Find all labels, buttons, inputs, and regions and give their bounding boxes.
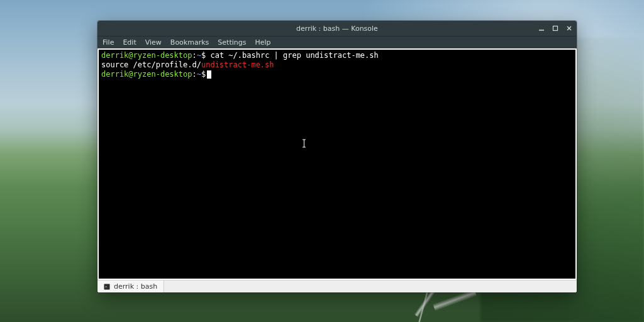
menu-settings[interactable]: Settings	[218, 38, 246, 47]
command-text: cat ~/.bashrc | grep undistract-me.sh	[210, 51, 378, 60]
tab-session-1[interactable]: > derrik : bash	[97, 280, 164, 292]
maximize-button[interactable]	[552, 25, 559, 32]
mouse-ibeam-cursor	[302, 139, 306, 148]
menubar: File Edit View Bookmarks Settings Help	[97, 36, 577, 48]
close-icon	[566, 25, 572, 31]
tabbar: > derrik : bash	[97, 280, 577, 292]
minimize-button[interactable]	[538, 25, 545, 32]
desktop-wallpaper: derrik : bash — Konsole File Edit View B…	[0, 0, 644, 322]
terminal-icon: >	[104, 284, 110, 290]
prompt-path: ~	[197, 70, 201, 79]
window-titlebar[interactable]: derrik : bash — Konsole	[97, 21, 577, 36]
menu-view[interactable]: View	[145, 38, 162, 47]
minimize-icon	[538, 25, 545, 31]
maximize-icon	[552, 25, 558, 31]
output-match: undistract-me.sh	[201, 60, 274, 69]
prompt-dollar: $	[201, 70, 206, 79]
window-title: derrik : bash — Konsole	[97, 25, 577, 33]
window-controls	[538, 21, 573, 36]
menu-help[interactable]: Help	[255, 38, 270, 47]
prompt-userhost: derrik@ryzen-desktop	[101, 51, 192, 60]
prompt-path: ~	[197, 51, 201, 60]
terminal[interactable]: derrik@ryzen-desktop:~$ cat ~/.bashrc | …	[99, 50, 575, 279]
terminal-line: source /etc/profile.d/undistract-me.sh	[101, 60, 573, 70]
menu-bookmarks[interactable]: Bookmarks	[170, 38, 209, 47]
prompt-sep: :	[192, 70, 197, 79]
svg-rect-1	[553, 26, 558, 31]
output-text: source /etc/profile.d/	[101, 60, 201, 69]
prompt-sep: :	[192, 51, 197, 60]
menu-edit[interactable]: Edit	[123, 38, 136, 47]
konsole-window: derrik : bash — Konsole File Edit View B…	[97, 21, 577, 292]
terminal-line: derrik@ryzen-desktop:~$	[101, 70, 573, 79]
svg-text:>: >	[105, 284, 108, 289]
menu-file[interactable]: File	[103, 38, 114, 47]
terminal-line: derrik@ryzen-desktop:~$ cat ~/.bashrc | …	[101, 51, 573, 60]
tab-label: derrik : bash	[114, 282, 157, 291]
close-button[interactable]	[565, 25, 573, 32]
prompt-userhost: derrik@ryzen-desktop	[101, 70, 192, 79]
text-cursor	[207, 70, 211, 79]
terminal-viewport: derrik@ryzen-desktop:~$ cat ~/.bashrc | …	[97, 48, 577, 280]
